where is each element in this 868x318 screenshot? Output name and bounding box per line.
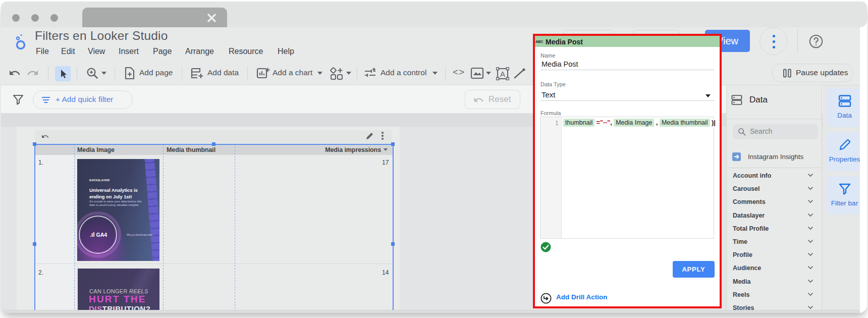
svg-text:A: A [500,70,505,78]
